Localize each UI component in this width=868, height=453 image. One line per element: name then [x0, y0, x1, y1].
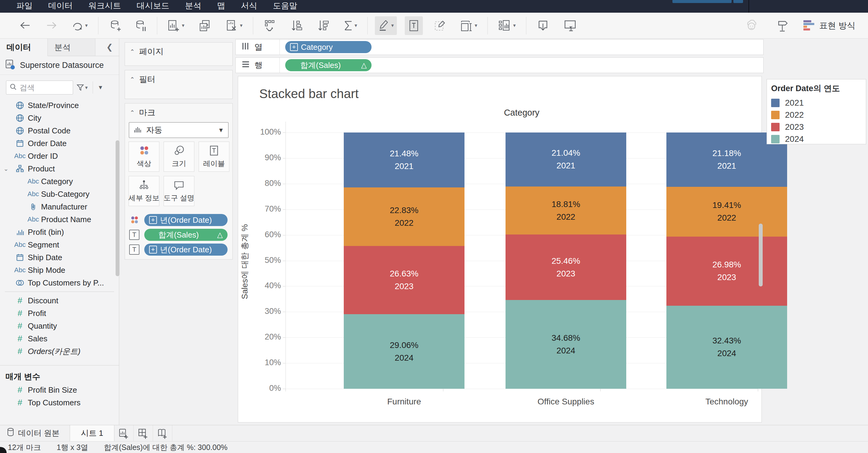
bar-segment-Furniture-2022[interactable]: 22.83%2022	[344, 187, 464, 246]
new-worksheet-button[interactable]: ▾	[164, 16, 188, 35]
replay-caret[interactable]: ▾	[85, 22, 88, 29]
new-story-tab-button[interactable]	[153, 425, 172, 441]
field-item[interactable]: AbcSub-Category	[0, 188, 119, 201]
pause-updates-button[interactable]	[132, 17, 150, 35]
show-hide-cards-button[interactable]: ▾	[495, 16, 519, 35]
fit-caret[interactable]: ▾	[475, 22, 477, 29]
bar-segment-Office Supplies-2022[interactable]: 18.81%2022	[505, 186, 626, 235]
menu-item-맵[interactable]: 맵	[209, 0, 233, 11]
swap-axes-button[interactable]	[260, 16, 279, 35]
highlight-button[interactable]: ▾	[375, 16, 397, 35]
field-item[interactable]: ⌄Product	[0, 162, 119, 175]
field-item[interactable]: AbcProduct Name	[0, 213, 119, 226]
pill-년(Order Date)[interactable]: +년(Order Date)	[144, 214, 227, 226]
collapse-pane-icon[interactable]: ❮	[106, 39, 119, 56]
legend-item-2023[interactable]: 2023	[771, 121, 866, 133]
redo-button[interactable]	[42, 18, 60, 34]
label-button[interactable]: 레이블	[198, 142, 229, 172]
pill-plus-icon[interactable]: +	[149, 216, 157, 224]
sheet-title[interactable]: Stacked bar chart	[259, 87, 359, 101]
pill-합계(Sales)[interactable]: 합계(Sales)△	[285, 59, 372, 71]
field-filter-button[interactable]: ▾	[76, 83, 88, 92]
undo-button[interactable]	[16, 18, 34, 34]
signin-button[interactable]	[673, 0, 732, 3]
menu-item-도움말[interactable]: 도움말	[265, 0, 305, 11]
color-legend[interactable]: Order Date의 연도 2021202220232024	[767, 79, 866, 144]
tab-data[interactable]: 데이터	[0, 39, 48, 56]
pill-합계(Sales)[interactable]: 합계(Sales)△	[144, 229, 227, 241]
expand-chevron-icon[interactable]: ⌄	[0, 165, 12, 172]
fix-axes-button[interactable]	[431, 16, 449, 35]
bar-segment-Office Supplies-2023[interactable]: 25.46%2023	[505, 235, 626, 300]
new-datasource-button[interactable]	[105, 17, 124, 35]
field-item[interactable]: Top Customers by P...	[0, 276, 119, 289]
menu-item-서식[interactable]: 서식	[233, 0, 265, 11]
field-item[interactable]: #Top Customers	[0, 396, 119, 409]
collapse-chevron-icon[interactable]: ⌃	[130, 109, 135, 116]
field-item[interactable]: #Profit	[0, 307, 119, 320]
field-item[interactable]: AbcSegment	[0, 238, 119, 251]
field-item[interactable]: Postal Code	[0, 124, 119, 137]
highlight-caret[interactable]: ▾	[391, 22, 394, 29]
pill-년(Order Date)[interactable]: +년(Order Date)	[144, 244, 227, 255]
legend-item-2024[interactable]: 2024	[771, 133, 866, 145]
collapse-chevron-icon[interactable]: ⌃	[130, 76, 135, 83]
show-mark-labels-button[interactable]	[405, 16, 423, 35]
columns-shelf[interactable]: 열 +Category	[236, 39, 764, 55]
fit-selector-button[interactable]: ▾	[457, 16, 480, 35]
legend-item-2022[interactable]: 2022	[771, 109, 866, 121]
size-button[interactable]: 크기	[163, 142, 194, 172]
menu-item-워크시트[interactable]: 워크시트	[81, 0, 129, 11]
tab-sheet1[interactable]: 시트 1	[70, 425, 114, 441]
new-dashboard-tab-button[interactable]	[134, 425, 153, 441]
field-item[interactable]: Ship Date	[0, 251, 119, 264]
tab-data-source[interactable]: 데이터 원본	[0, 425, 70, 441]
totals-button[interactable]: ▾	[340, 17, 360, 35]
duplicate-sheet-button[interactable]	[195, 16, 215, 35]
sort-descending-button[interactable]	[314, 16, 332, 35]
field-item[interactable]: #Profit Bin Size	[0, 384, 119, 396]
tab-analytics[interactable]: 분석	[48, 39, 95, 56]
field-item[interactable]: Profit (bin)	[0, 226, 119, 238]
bar-segment-Technology-2024[interactable]: 32.43%2024	[666, 306, 787, 389]
tooltip-button[interactable]: 도구 설명	[163, 176, 194, 206]
field-item[interactable]: AbcCategory	[0, 175, 119, 188]
clear-sheet-button[interactable]: ▾	[222, 16, 246, 35]
field-item[interactable]: City	[0, 112, 119, 124]
bar-segment-Furniture-2024[interactable]: 29.06%2024	[344, 314, 464, 389]
x-axis-label-Office Supplies[interactable]: Office Supplies	[505, 397, 626, 406]
field-item[interactable]: #Orders(카운트)	[0, 345, 119, 358]
column-field-header[interactable]: Category	[285, 108, 758, 118]
worksheet-scrollbar[interactable]	[759, 223, 763, 286]
field-item[interactable]: State/Province	[0, 99, 119, 112]
menu-item-파일[interactable]: 파일	[8, 0, 40, 11]
data-pane-scrollbar[interactable]	[116, 140, 120, 276]
pill-plus-icon[interactable]: +	[290, 43, 298, 51]
guide-signpost-icon[interactable]	[773, 16, 792, 35]
pill-Category[interactable]: +Category	[285, 41, 372, 53]
menu-item-대시보드[interactable]: 대시보드	[129, 0, 177, 11]
new-worksheet-caret[interactable]: ▾	[182, 22, 185, 29]
color-button[interactable]: 색상	[129, 142, 159, 172]
bar-segment-Furniture-2023[interactable]: 26.63%2023	[344, 246, 464, 314]
bar-segment-Office Supplies-2024[interactable]: 34.68%2024	[505, 300, 626, 389]
presentation-mode-button[interactable]	[560, 16, 580, 35]
menu-item-데이터[interactable]: 데이터	[40, 0, 81, 11]
bar-segment-Technology-2023[interactable]: 26.98%2023	[666, 237, 787, 306]
field-item[interactable]: #Sales	[0, 332, 119, 345]
replay-button[interactable]: ▾	[68, 17, 91, 34]
sort-ascending-button[interactable]	[287, 16, 306, 35]
totals-caret[interactable]: ▾	[354, 22, 357, 29]
detail-button[interactable]: 세부 정보	[129, 176, 159, 206]
search-box[interactable]	[6, 81, 73, 94]
rows-shelf[interactable]: 행 합계(Sales)△	[236, 57, 764, 73]
pill-plus-icon[interactable]: +	[149, 246, 157, 253]
einstein-assistant-icon[interactable]	[742, 16, 761, 35]
field-item[interactable]: #Quantity	[0, 320, 119, 332]
bar-segment-Office Supplies-2021[interactable]: 21.04%2021	[505, 132, 626, 186]
download-button[interactable]	[534, 16, 552, 35]
field-item[interactable]: Manufacturer	[0, 201, 119, 213]
x-axis-label-Technology[interactable]: Technology	[666, 397, 787, 406]
field-item[interactable]: AbcOrder ID	[0, 150, 119, 162]
field-item[interactable]: Order Date	[0, 137, 119, 150]
